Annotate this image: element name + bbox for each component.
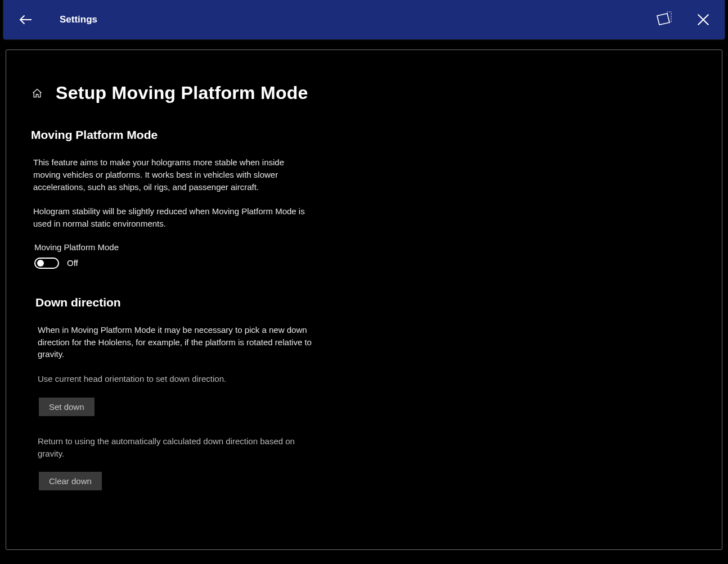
section-moving-platform: Moving Platform Mode This feature aims t…: [31, 128, 697, 269]
follow-me-button[interactable]: [653, 10, 673, 30]
section-down-direction: Down direction When in Moving Platform M…: [31, 296, 697, 491]
down-description-1: When in Moving Platform Mode it may be n…: [38, 324, 313, 360]
mpm-description-2: Hologram stability will be slightly redu…: [33, 205, 312, 230]
title-bar-actions: [653, 10, 713, 30]
close-button[interactable]: [693, 10, 713, 30]
section-heading-down: Down direction: [35, 296, 697, 309]
mpm-description-1: This feature aims to make your holograms…: [33, 156, 312, 193]
home-button[interactable]: [31, 87, 43, 100]
section-heading-mpm: Moving Platform Mode: [31, 128, 697, 142]
back-button[interactable]: [14, 7, 38, 32]
content-frame: Setup Moving Platform Mode Moving Platfo…: [6, 49, 722, 550]
window-rect-icon: [654, 11, 672, 29]
close-icon: [694, 11, 712, 29]
toggle-knob: [37, 260, 44, 267]
mpm-toggle[interactable]: [34, 258, 59, 269]
mpm-toggle-label: Moving Platform Mode: [34, 242, 697, 252]
page-title: Setup Moving Platform Mode: [56, 83, 308, 103]
page-title-row: Setup Moving Platform Mode: [31, 83, 697, 103]
clear-down-button[interactable]: Clear down: [39, 472, 102, 490]
mpm-toggle-row: Off: [34, 258, 697, 269]
set-down-button[interactable]: Set down: [39, 398, 95, 416]
arrow-left-icon: [17, 11, 34, 28]
app-title: Settings: [60, 14, 97, 25]
down-description-3: Return to using the automatically calcul…: [38, 435, 313, 460]
home-icon: [32, 88, 43, 99]
mpm-toggle-state: Off: [67, 258, 78, 268]
title-bar: Settings: [3, 0, 725, 39]
down-description-2: Use current head orientation to set down…: [38, 373, 313, 385]
